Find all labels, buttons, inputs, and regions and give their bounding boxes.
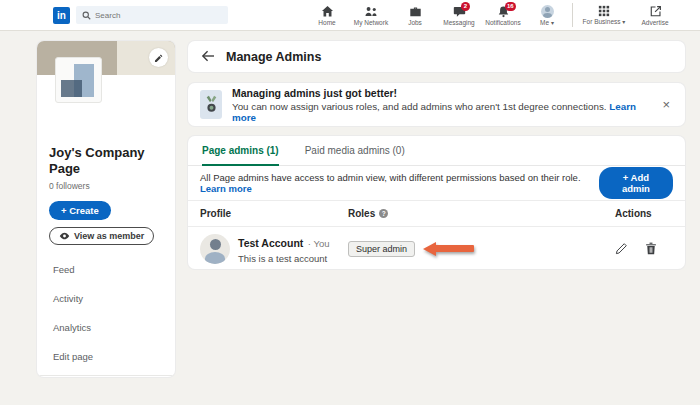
company-logo <box>55 57 102 103</box>
eye-icon <box>59 232 70 240</box>
nav-notifications[interactable]: 16 Notifications <box>481 0 525 31</box>
tab-page-admins[interactable]: Page admins (1) <box>202 136 279 166</box>
chevron-down-icon: ▾ <box>551 20 554 26</box>
nav-advertise[interactable]: Advertise <box>632 0 678 31</box>
notifications-badge: 16 <box>505 2 516 11</box>
admins-card: Page admins (1) Paid media admins (0) Al… <box>187 135 686 270</box>
nav-label: Notifications <box>485 19 520 26</box>
admin-actions-cell <box>615 242 673 255</box>
note-learn-more-link[interactable]: Learn more <box>200 183 252 194</box>
banner-body: You can now assign various roles, and ad… <box>232 101 659 123</box>
nav-me[interactable]: Me ▾ <box>525 0 569 31</box>
medal-icon <box>200 90 222 119</box>
edit-admin-button[interactable] <box>615 242 628 255</box>
sidebar-menu: Feed Activity Analytics Edit page Settin… <box>37 255 175 379</box>
column-roles: Roles ? <box>348 208 615 219</box>
sidebar-item-analytics[interactable]: Analytics <box>37 313 175 342</box>
you-label: · You <box>308 238 330 249</box>
chevron-down-icon: ▾ <box>622 19 625 25</box>
search-input[interactable] <box>95 11 222 20</box>
search-icon <box>82 11 91 20</box>
admin-roles-cell: Super admin <box>348 241 615 257</box>
admin-tabs: Page admins (1) Paid media admins (0) <box>188 136 685 166</box>
delete-admin-button[interactable] <box>645 242 657 255</box>
manage-admins-header: Manage Admins <box>187 40 686 73</box>
home-icon <box>321 5 334 18</box>
edit-cover-button[interactable] <box>149 48 168 67</box>
nav-messaging[interactable]: 2 Messaging <box>437 0 481 31</box>
nav-divider <box>572 3 573 27</box>
search-box[interactable] <box>76 6 228 24</box>
nav-label: Messaging <box>443 19 474 26</box>
nav-label: My Network <box>354 19 388 26</box>
grid-icon <box>598 5 610 17</box>
role-badge: Super admin <box>348 241 415 257</box>
close-icon[interactable]: × <box>659 97 673 112</box>
nav-label: Advertise <box>641 19 668 26</box>
nav-label: Me ▾ <box>540 19 554 26</box>
nav-label: For Business ▾ <box>583 18 626 25</box>
back-button[interactable] <box>201 48 215 66</box>
my-network-icon <box>364 5 378 18</box>
back-arrow-icon <box>201 48 215 66</box>
nav-jobs[interactable]: Jobs <box>393 0 437 31</box>
view-as-member-button[interactable]: View as member <box>49 227 154 245</box>
help-icon[interactable]: ? <box>379 209 388 218</box>
nav-items: Home My Network Jobs 2 Messaging 16 Noti… <box>305 0 678 31</box>
company-sidebar: Joy's Company Page 0 followers + Create … <box>36 40 176 378</box>
avatar <box>200 234 230 264</box>
admins-note: All Page admins have access to admin vie… <box>200 172 599 194</box>
linkedin-logo[interactable]: in <box>53 7 70 24</box>
followers-count: 0 followers <box>49 181 163 191</box>
admin-name: Test Account <box>238 237 303 249</box>
advertise-icon <box>649 5 662 18</box>
messaging-badge: 2 <box>461 2 470 11</box>
nav-for-business[interactable]: For Business ▾ <box>576 0 632 31</box>
sidebar-item-activity[interactable]: Activity <box>37 284 175 313</box>
admins-note-row: All Page admins have access to admin vie… <box>188 166 685 200</box>
info-banner: Managing admins just got better! You can… <box>187 82 686 127</box>
sidebar-item-edit-page[interactable]: Edit page <box>37 342 175 371</box>
admin-profile[interactable]: Test Account · You This is a test accoun… <box>200 233 348 264</box>
add-admin-button[interactable]: + Add admin <box>599 167 673 199</box>
me-avatar <box>541 5 554 18</box>
company-name: Joy's Company Page <box>49 145 163 178</box>
column-actions: Actions <box>615 208 673 219</box>
nav-label: Jobs <box>408 19 422 26</box>
banner-text: Managing admins just got better! You can… <box>232 87 659 123</box>
menu-divider <box>37 375 175 379</box>
page-title: Manage Admins <box>226 50 321 64</box>
column-profile: Profile <box>200 208 348 219</box>
table-row: Test Account · You This is a test accoun… <box>188 227 685 270</box>
jobs-icon <box>409 5 422 18</box>
annotation-arrow <box>423 242 476 256</box>
admin-subtitle: This is a test account <box>238 253 329 264</box>
nav-my-network[interactable]: My Network <box>349 0 393 31</box>
pencil-icon <box>154 49 163 67</box>
table-header: Profile Roles ? Actions <box>188 200 685 227</box>
sidebar-item-feed[interactable]: Feed <box>37 255 175 284</box>
create-button[interactable]: + Create <box>49 201 111 220</box>
nav-home[interactable]: Home <box>305 0 349 31</box>
nav-label: Home <box>318 19 335 26</box>
banner-title: Managing admins just got better! <box>232 87 659 99</box>
tab-paid-media-admins[interactable]: Paid media admins (0) <box>305 136 405 165</box>
top-nav: in Home My Network Jobs 2 Messaging 16 N… <box>0 0 700 31</box>
